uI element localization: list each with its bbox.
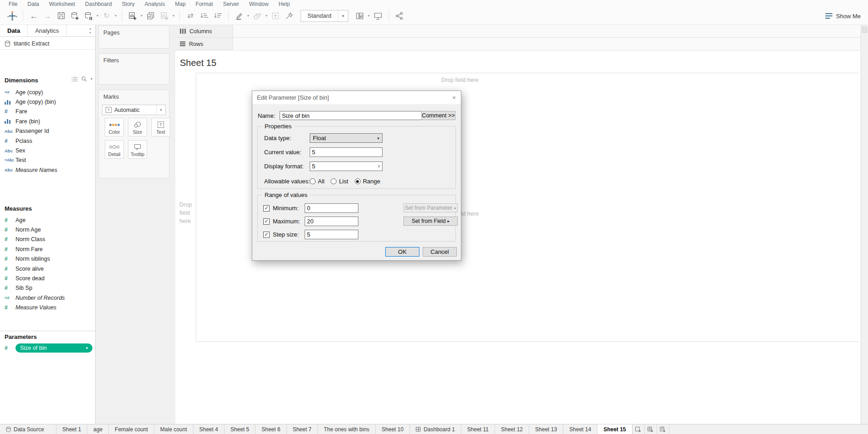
fix-axes-icon[interactable] <box>282 10 296 22</box>
tab-analytics[interactable]: Analytics <box>28 25 66 36</box>
pause-auto-updates-icon[interactable] <box>82 10 95 22</box>
menu-file[interactable]: File <box>4 0 22 7</box>
dimension-field[interactable]: # Fare <box>0 107 95 116</box>
drop-field-hint-top[interactable]: Drop field here <box>428 77 492 83</box>
columns-shelf-tray[interactable] <box>233 25 861 37</box>
undo-icon[interactable]: ← <box>27 10 41 22</box>
new-worksheet-tab-icon[interactable] <box>633 424 645 434</box>
tab-sheet-11[interactable]: Sheet 11 <box>461 424 495 434</box>
dimension-field[interactable]: Fare (bin) <box>0 116 95 126</box>
tab-male-count[interactable]: Male count <box>154 424 194 434</box>
tab-sheet-1[interactable]: Sheet 1 <box>56 424 87 434</box>
menu-server[interactable]: Server <box>218 0 244 7</box>
step-size-input[interactable]: 5 <box>305 230 358 239</box>
tab-sheet-13[interactable]: Sheet 13 <box>529 424 563 434</box>
columns-shelf[interactable]: Columns <box>175 25 861 38</box>
share-icon[interactable] <box>393 10 406 22</box>
measure-field[interactable]: # Norm Age <box>0 225 95 234</box>
display-format-combo[interactable]: 5 ˅ <box>310 161 383 171</box>
tab-data[interactable]: Data <box>0 25 28 36</box>
sort-ascending-icon[interactable] <box>197 10 211 22</box>
show-mark-labels-icon[interactable]: T <box>269 10 282 22</box>
measure-field[interactable]: # Norm siblings <box>0 254 95 264</box>
new-worksheet-icon[interactable] <box>126 10 139 22</box>
measure-field[interactable]: # Score alive <box>0 264 95 273</box>
tab-sheet-12[interactable]: Sheet 12 <box>495 424 529 434</box>
checkbox-checked-icon[interactable]: ✓ <box>263 205 270 212</box>
tab-sheet-15[interactable]: Sheet 15 <box>597 424 632 434</box>
duplicate-sheet-icon[interactable] <box>144 10 158 22</box>
color-button[interactable]: Color <box>105 118 124 136</box>
pages-card[interactable]: Pages <box>98 25 169 49</box>
dimension-field[interactable]: =# Age (copy) <box>0 87 95 97</box>
tab-female-count[interactable]: Female count <box>109 424 154 434</box>
ok-button[interactable]: OK <box>385 247 419 257</box>
rows-shelf-tray[interactable] <box>233 38 861 50</box>
checkbox-checked-icon[interactable]: ✓ <box>263 218 270 225</box>
dimension-field[interactable]: Abc Measure Names <box>0 165 95 175</box>
tableau-logo-icon[interactable] <box>5 10 19 22</box>
tab-dashboard-1[interactable]: Dashboard 1 <box>410 424 461 434</box>
menu-format[interactable]: Format <box>191 0 218 7</box>
menu-analysis[interactable]: Analysis <box>140 0 170 7</box>
parameter-caret-icon[interactable]: ▾ <box>86 346 88 350</box>
tab-sheet-6[interactable]: Sheet 6 <box>255 424 286 434</box>
data-type-dropdown[interactable]: Float ▾ <box>310 133 383 143</box>
drop-field-hint-left[interactable]: Drop field here <box>179 201 192 225</box>
new-data-source-icon[interactable] <box>68 10 82 22</box>
current-value-input[interactable]: 5 <box>310 147 383 157</box>
new-dashboard-tab-icon[interactable] <box>645 424 657 434</box>
pause-auto-updates-caret-icon[interactable]: ▾ <box>95 14 100 18</box>
mark-type-caret-icon[interactable]: ▾ <box>156 105 165 115</box>
tab-data-source[interactable]: Data Source <box>0 424 56 434</box>
tab-the-ones-with-bins[interactable]: The ones with bins <box>318 424 376 434</box>
group-members-caret-icon[interactable]: ▾ <box>264 14 269 18</box>
menu-map[interactable]: Map <box>170 0 190 7</box>
dimension-field[interactable]: Age (copy) (bin) <box>0 97 95 106</box>
view-mode-select[interactable]: Standard ▾ <box>301 10 348 22</box>
show-hide-cards-caret-icon[interactable]: ▾ <box>367 14 371 18</box>
find-field-icon[interactable] <box>81 76 87 82</box>
dialog-titlebar[interactable]: Edit Parameter [Size of bin] × <box>252 91 461 104</box>
dimension-field[interactable]: Abc Passenger Id <box>0 126 95 136</box>
filters-card[interactable]: Filters <box>98 53 169 85</box>
comment-button[interactable]: Comment >> <box>421 111 455 120</box>
swap-rows-columns-icon[interactable]: ⇄ <box>184 10 197 22</box>
highlight-icon[interactable] <box>232 10 246 22</box>
measure-field[interactable]: # Measure Values <box>0 303 95 313</box>
scroll-corner-box[interactable] <box>862 27 867 33</box>
tab-sheet-4[interactable]: Sheet 4 <box>194 424 225 434</box>
redo-icon[interactable]: → <box>41 10 54 22</box>
clear-sheet-icon[interactable] <box>158 10 171 22</box>
detail-button[interactable]: Detail <box>105 140 124 159</box>
datasource-row[interactable]: titantic Extract <box>0 38 95 50</box>
menu-worksheet[interactable]: Worksheet <box>44 0 80 7</box>
run-auto-updates-caret-icon[interactable]: ▾ <box>113 14 118 18</box>
group-members-icon[interactable] <box>250 10 264 22</box>
measure-field[interactable]: # Score dead <box>0 273 95 283</box>
maximum-input[interactable]: 20 <box>305 217 358 226</box>
view-as-list-icon[interactable] <box>71 76 77 82</box>
presentation-mode-icon[interactable] <box>371 10 385 22</box>
menu-window[interactable]: Window <box>244 0 274 7</box>
pane-menu-caret-icon[interactable]: ▾ <box>91 77 92 81</box>
menu-story[interactable]: Story <box>117 0 140 7</box>
close-icon[interactable]: × <box>447 91 461 104</box>
rows-shelf[interactable]: Rows <box>175 38 861 50</box>
radio-range[interactable]: Range <box>355 178 380 185</box>
measure-field[interactable]: # Norm Class <box>0 235 95 244</box>
name-input[interactable]: Size of bin <box>280 111 425 120</box>
tab-sheet-10[interactable]: Sheet 10 <box>376 424 410 434</box>
minimum-input[interactable]: 0 <box>305 203 358 213</box>
tooltip-button[interactable]: Tooltip <box>128 140 147 159</box>
show-me-button[interactable]: Show Me <box>825 7 861 25</box>
run-auto-updates-icon[interactable]: ↻ <box>100 10 113 22</box>
menu-data[interactable]: Data <box>22 0 44 7</box>
dimension-field[interactable]: Abc Sex <box>0 146 95 155</box>
measure-field[interactable]: # Sib Sp <box>0 283 95 293</box>
show-hide-cards-icon[interactable] <box>353 10 367 22</box>
radio-all[interactable]: All <box>310 178 324 185</box>
sort-descending-icon[interactable] <box>211 10 225 22</box>
tab-sheet-14[interactable]: Sheet 14 <box>563 424 597 434</box>
measure-field[interactable]: # Age <box>0 215 95 225</box>
